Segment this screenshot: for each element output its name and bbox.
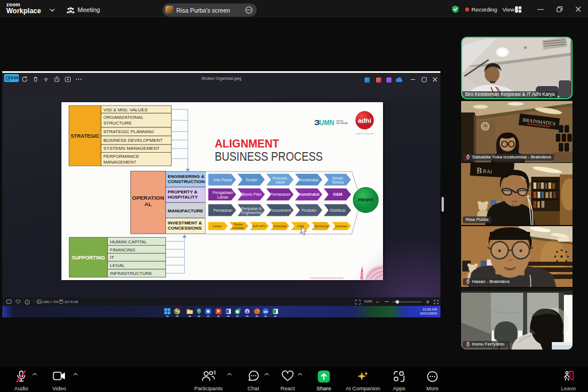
svg-text:Engineering: Engineering <box>242 210 262 215</box>
svg-text:Serah: Serah <box>332 176 343 180</box>
svg-text:BUSINESS DEVELOPMENT: BUSINESS DEVELOPMENT <box>103 138 163 143</box>
svg-text:Divestasi: Divestasi <box>335 224 347 227</box>
svg-text:HOSPITALITY: HOSPITALITY <box>168 195 198 200</box>
svg-text:P: P <box>217 309 220 314</box>
svg-text:ment: ment <box>276 180 285 184</box>
svg-text:SUPPORTING: SUPPORTING <box>72 254 105 260</box>
svg-text:VISI & MISI, VALUES: VISI & MISI, VALUES <box>103 107 148 112</box>
svg-text:BUP/ SPV: BUP/ SPV <box>252 224 266 227</box>
svg-text:PROPERTY &: PROPERTY & <box>168 189 198 194</box>
svg-text:HUMAN CAPITAL: HUMAN CAPITAL <box>110 239 148 244</box>
svg-text:AL: AL <box>145 201 152 207</box>
svg-text:Terima: Terima <box>331 180 343 184</box>
svg-text:ORGANIZATIONAL: ORGANIZATIONAL <box>103 114 144 119</box>
svg-text:Tender: Tender <box>245 177 258 181</box>
svg-text:Inisiasi: Inisiasi <box>212 224 222 227</box>
svg-text:RAi: RAi <box>483 168 493 174</box>
svg-text:UNTUK: UNTUK <box>336 119 344 122</box>
svg-text:MANUFACTURE: MANUFACTURE <box>168 208 203 213</box>
svg-text:Pemasaran: Pemasaran <box>270 192 291 196</box>
svg-text:LEGAL: LEGAL <box>110 263 125 268</box>
svg-text:Pemasaran: Pemasaran <box>213 208 233 212</box>
svg-text:Distribusi: Distribusi <box>330 208 346 212</box>
svg-text:B: B <box>477 166 482 175</box>
svg-text:ALIGNMENT: ALIGNMENT <box>215 137 279 150</box>
svg-text:STRATEGIC PLANNING: STRATEGIC PLANNING <box>103 129 154 134</box>
svg-text:INFRASTRUCTURE: INFRASTRUCTURE <box>110 271 152 276</box>
svg-text:CONSTRUCTION: CONSTRUCTION <box>168 179 205 184</box>
svg-text:Konstruksi: Konstruksi <box>273 224 287 227</box>
svg-text:UMN: UMN <box>319 118 334 127</box>
svg-text:MANAGEMENT: MANAGEMENT <box>103 159 136 164</box>
svg-text:Konstruksi: Konstruksi <box>300 177 319 181</box>
svg-text:O&M: O&M <box>333 192 343 196</box>
svg-text:5: 5 <box>214 370 216 375</box>
svg-text:Monitoring: Monitoring <box>314 224 328 227</box>
svg-text:STRATEGIC: STRATEGIC <box>71 133 99 138</box>
svg-text:BUSINESS PROCESS: BUSINESS PROCESS <box>215 149 323 163</box>
svg-text:ENGINEERING &: ENGINEERING & <box>168 173 204 178</box>
svg-text:Lahan: Lahan <box>217 195 229 199</box>
svg-text:PROFIT: PROFIT <box>358 197 374 203</box>
svg-text:OPERATION: OPERATION <box>132 195 164 201</box>
svg-text:Konstruksi: Konstruksi <box>299 192 320 196</box>
svg-text:Investasi: Investasi <box>233 226 244 229</box>
svg-text:PERFORMANCE: PERFORMANCE <box>103 153 139 158</box>
svg-text:beyond construction: beyond construction <box>356 133 373 135</box>
svg-text:Procurement: Procurement <box>269 208 291 212</box>
svg-text:CONCESSIONS: CONCESSIONS <box>168 226 202 231</box>
svg-text:zm: zm <box>264 309 268 313</box>
svg-text:INDONESIA: INDONESIA <box>336 122 348 125</box>
svg-text:SYSTEMS MANAGEMENT: SYSTEMS MANAGEMENT <box>103 146 160 151</box>
svg-text:INVESTMENT &: INVESTMENT & <box>168 220 202 225</box>
svg-text:adhi: adhi <box>358 117 372 124</box>
svg-text:O&M: O&M <box>297 224 304 227</box>
svg-text:Bisnis Plan: Bisnis Plan <box>242 192 262 196</box>
svg-text:IT: IT <box>110 255 114 260</box>
svg-text:STRUCTURE: STRUCTURE <box>103 120 131 125</box>
svg-text:Info Pasar: Info Pasar <box>214 177 233 181</box>
svg-text:Produksi: Produksi <box>301 208 316 212</box>
svg-text:FINANCING: FINANCING <box>110 247 136 252</box>
svg-text:Procure-: Procure- <box>273 176 289 180</box>
